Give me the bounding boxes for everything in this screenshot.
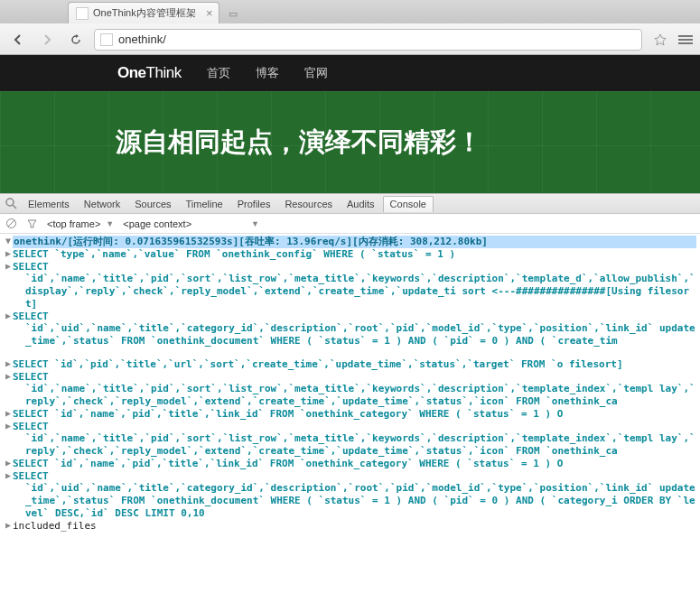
- log-text: SELECT `type`,`name`,`value` FROM `oneth…: [13, 248, 696, 261]
- hero-text: 源自相同起点，演绎不同精彩！: [116, 125, 482, 161]
- log-text: SELECT: [13, 421, 696, 433]
- log-text: SELECT `id`,`pid`,`title`,`url`,`sort`,`…: [13, 358, 696, 371]
- new-tab-button[interactable]: ▭: [229, 8, 238, 20]
- expander-icon[interactable]: ▶: [4, 470, 13, 482]
- console-log-line[interactable]: ▶SELECT: [2, 261, 698, 274]
- console-toolbar: <top frame> ▼ <page context> ▼: [0, 214, 700, 234]
- console-log-line[interactable]: `id`,`name`,`title`,`pid`,`sort`,`list_r…: [2, 432, 698, 458]
- expander-icon[interactable]: ▶: [4, 421, 13, 432]
- console-log-line[interactable]: ▶SELECT: [2, 470, 698, 483]
- log-text: onethink/[运行时间: 0.071635961532593s][吞吐率:…: [13, 236, 696, 248]
- devtools-tab-elements[interactable]: Elements: [22, 196, 76, 212]
- log-text: SELECT: [13, 261, 696, 274]
- filter-icon[interactable]: [26, 218, 38, 229]
- log-text: `id`,`name`,`title`,`pid`,`sort`,`list_r…: [25, 383, 696, 408]
- expander-icon[interactable]: ▶: [4, 261, 13, 273]
- back-button[interactable]: [7, 31, 29, 49]
- log-text: `id`,`uid`,`name`,`title`,`category_id`,…: [25, 482, 696, 519]
- console-log-line[interactable]: `id`,`name`,`title`,`pid`,`sort`,`list_r…: [2, 273, 698, 310]
- expander-icon[interactable]: ▶: [4, 248, 13, 260]
- console-log-line[interactable]: ▶SELECT `id`,`name`,`pid`,`title`,`link_…: [2, 458, 698, 470]
- expander-icon[interactable]: ▶: [4, 371, 13, 383]
- frame-selector-label: <top frame>: [47, 218, 100, 229]
- address-text: onethink/: [118, 32, 166, 46]
- browser-tab-bar: OneThink内容管理框架 × ▭: [0, 0, 700, 23]
- logo-part-bold: One: [117, 64, 146, 81]
- expander-icon[interactable]: ▶: [4, 358, 13, 370]
- console-log-line[interactable]: ▶SELECT: [2, 371, 698, 384]
- address-bar[interactable]: onethink/: [94, 29, 642, 51]
- console-log-line[interactable]: ▶SELECT `id`,`name`,`pid`,`title`,`link_…: [2, 408, 698, 421]
- nav-link-home[interactable]: 首页: [207, 65, 230, 81]
- expander-icon[interactable]: ▼: [4, 236, 13, 247]
- devtools-tab-resources[interactable]: Resources: [278, 196, 339, 212]
- console-log-line[interactable]: ▶SELECT: [2, 311, 698, 323]
- devtools-inspect-icon[interactable]: [4, 196, 20, 212]
- log-text: `id`,`name`,`title`,`pid`,`sort`,`list_r…: [25, 273, 696, 310]
- context-selector[interactable]: <page context> ▼: [123, 218, 259, 229]
- frame-selector[interactable]: <top frame> ▼: [47, 218, 114, 229]
- log-text: SELECT `id`,`name`,`pid`,`title`,`link_i…: [13, 408, 696, 421]
- log-text: SELECT: [13, 311, 696, 323]
- devtools-tab-sources[interactable]: Sources: [128, 196, 177, 212]
- chrome-menu-button[interactable]: [678, 33, 693, 46]
- log-text: SELECT: [13, 371, 696, 384]
- log-text: SELECT `id`,`name`,`pid`,`title`,`link_i…: [13, 458, 696, 470]
- tab-favicon: [76, 7, 89, 20]
- reload-button[interactable]: [65, 31, 87, 49]
- console-output[interactable]: ▼onethink/[运行时间: 0.071635961532593s][吞吐率…: [0, 234, 700, 612]
- console-log-line[interactable]: `id`,`name`,`title`,`pid`,`sort`,`list_r…: [2, 383, 698, 408]
- logo-part-thin: Think: [146, 64, 182, 81]
- browser-tab[interactable]: OneThink内容管理框架 ×: [68, 2, 219, 23]
- browser-chrome: OneThink内容管理框架 × ▭ onethink/: [0, 0, 700, 55]
- devtools-tab-network[interactable]: Network: [78, 196, 126, 212]
- browser-nav-bar: onethink/: [0, 23, 700, 54]
- console-log-line[interactable]: ▶SELECT `type`,`name`,`value` FROM `onet…: [2, 248, 698, 261]
- console-log-line[interactable]: `id`,`uid`,`name`,`title`,`category_id`,…: [2, 322, 698, 348]
- devtools-tab-profiles[interactable]: Profiles: [231, 196, 277, 212]
- page-icon: [100, 33, 113, 46]
- console-log-line[interactable]: ▶SELECT `id`,`pid`,`title`,`url`,`sort`,…: [2, 358, 698, 371]
- console-log-line[interactable]: ▶SELECT: [2, 421, 698, 433]
- site-logo[interactable]: OneThink: [117, 64, 182, 82]
- devtools-panel: ElementsNetworkSourcesTimelineProfilesRe…: [0, 193, 700, 612]
- context-selector-label: <page context>: [123, 218, 191, 229]
- nav-link-official[interactable]: 官网: [304, 65, 328, 81]
- tab-title: OneThink内容管理框架: [93, 6, 196, 20]
- expander-icon[interactable]: ▶: [4, 408, 13, 420]
- forward-button[interactable]: [36, 31, 58, 49]
- devtools-tab-bar: ElementsNetworkSourcesTimelineProfilesRe…: [0, 194, 700, 214]
- svg-point-0: [6, 199, 14, 206]
- site-header: OneThink 首页 博客 官网: [0, 55, 700, 91]
- expander-icon[interactable]: ▶: [4, 311, 13, 322]
- log-text: `id`,`uid`,`name`,`title`,`category_id`,…: [25, 322, 696, 348]
- close-tab-icon[interactable]: ×: [206, 6, 213, 20]
- console-log-line[interactable]: [2, 348, 698, 358]
- log-text: SELECT: [13, 470, 696, 483]
- log-text: `id`,`name`,`title`,`pid`,`sort`,`list_r…: [25, 432, 696, 458]
- hero-banner: 源自相同起点，演绎不同精彩！: [0, 91, 700, 193]
- console-log-line[interactable]: `id`,`uid`,`name`,`title`,`category_id`,…: [2, 482, 698, 519]
- bookmark-button[interactable]: [649, 31, 671, 49]
- log-text: included_files: [13, 520, 696, 533]
- chevron-down-icon: ▼: [251, 219, 259, 228]
- console-log-line[interactable]: ▼onethink/[运行时间: 0.071635961532593s][吞吐率…: [2, 236, 698, 248]
- devtools-tab-audits[interactable]: Audits: [341, 196, 381, 212]
- devtools-tab-console[interactable]: Console: [383, 196, 434, 212]
- clear-console-icon[interactable]: [5, 218, 17, 229]
- chevron-down-icon: ▼: [106, 219, 114, 228]
- nav-link-blog[interactable]: 博客: [256, 65, 279, 81]
- devtools-tab-timeline[interactable]: Timeline: [180, 196, 229, 212]
- expander-icon[interactable]: ▶: [4, 458, 13, 469]
- expander-icon[interactable]: ▶: [4, 520, 13, 532]
- console-log-line[interactable]: ▶included_files: [2, 520, 698, 533]
